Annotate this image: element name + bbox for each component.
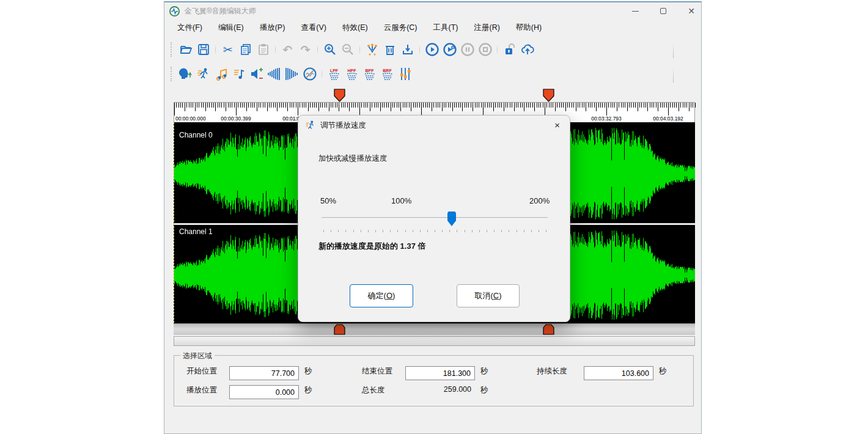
fade-in-icon[interactable] (266, 66, 282, 83)
menu-item-2[interactable]: 播放(P) (252, 21, 293, 35)
timeline-label: 00:03:32.793 (591, 116, 622, 122)
title-bar: 金飞翼®音频编辑大师 ✕ (164, 2, 701, 20)
duration-input[interactable] (584, 366, 653, 380)
play-position-unit: 秒 (304, 385, 312, 395)
toolbar-grip (171, 42, 173, 57)
duration-label: 持续长度 (537, 366, 567, 377)
timeline-label: 00:00:30.399 (221, 116, 251, 122)
stop-icon[interactable] (477, 42, 493, 58)
redo-icon[interactable]: ↷ (297, 42, 314, 58)
end-position-input[interactable] (405, 366, 475, 380)
start-position-input[interactable] (229, 366, 299, 380)
channel-1-label: Channel 1 (179, 227, 213, 236)
menu-item-7[interactable]: 注册(R) (466, 21, 507, 35)
menu-item-0[interactable]: 文件(F) (169, 21, 210, 35)
speed-dialog: 调节播放速度 × 加快或减慢播放速度 50% 100% 200% 新的播放速度是… (298, 115, 570, 322)
play-position-label: 播放位置 (186, 385, 217, 395)
play-position-input[interactable] (229, 385, 299, 399)
equalizer-icon[interactable] (397, 66, 413, 83)
undo-icon[interactable]: ↶ (279, 42, 296, 58)
insert-icon[interactable] (399, 42, 416, 58)
high-pass-filter-icon[interactable]: HPF (344, 66, 360, 83)
start-position-unit: 秒 (304, 366, 312, 377)
menu-bar: 文件(F)编辑(E)播放(P)查看(V)特效(E)云服务(C)工具(T)注册(R… (169, 21, 550, 34)
selection-start-marker-top[interactable] (334, 89, 345, 102)
menu-item-8[interactable]: 帮助(H) (508, 21, 550, 35)
selection-panel-title: 选择区域 (180, 351, 215, 361)
copy-icon[interactable] (237, 42, 254, 58)
minimize-button[interactable] (630, 6, 640, 16)
slider-min-label: 50% (320, 196, 336, 205)
fade-out-icon[interactable] (284, 66, 300, 83)
mix-icon[interactable] (364, 42, 380, 58)
window-title: 金飞翼®音频编辑大师 (185, 6, 256, 17)
menu-item-4[interactable]: 特效(E) (334, 21, 376, 35)
cloud-upload-icon[interactable] (519, 42, 535, 58)
band-pass-filter-icon[interactable]: BPF (361, 66, 378, 83)
start-position-label: 开始位置 (186, 366, 217, 377)
end-position-unit: 秒 (480, 366, 488, 377)
cancel-button[interactable]: 取消(C) (457, 284, 520, 307)
speed-slider-track[interactable] (322, 217, 548, 219)
volume-icon[interactable] (248, 66, 265, 83)
end-position-label: 结束位置 (362, 366, 392, 377)
desktop: 金飞翼®音频编辑大师 ✕ 文件(F)编辑(E)播放(P)查看(V)特效(E)云服… (0, 0, 868, 434)
play-file-icon[interactable] (441, 42, 458, 58)
dialog-title: 调节播放速度 (320, 120, 366, 131)
menu-item-3[interactable]: 查看(V) (293, 21, 334, 35)
voice-icon[interactable] (177, 66, 194, 83)
menu-item-1[interactable]: 编辑(E) (210, 21, 252, 35)
total-length-value: 259.000 (405, 385, 475, 394)
toolbar-main: ✂ ↶ ↷ (171, 38, 536, 61)
speed-icon[interactable] (195, 66, 211, 83)
app-logo-icon (169, 6, 180, 17)
open-file-icon[interactable] (177, 42, 194, 58)
total-length-unit: 秒 (480, 385, 488, 395)
close-button[interactable]: ✕ (686, 6, 696, 16)
speed-slider-thumb[interactable] (447, 211, 456, 226)
slider-mid-label: 100% (391, 196, 411, 205)
band-reject-filter-icon[interactable]: BRF (379, 66, 395, 83)
zoom-out-icon[interactable] (339, 42, 356, 58)
menu-item-6[interactable]: 工具(T) (425, 21, 466, 35)
noise-reduction-icon[interactable] (301, 66, 318, 83)
paste-icon[interactable] (255, 42, 271, 58)
selection-end-marker-bottom[interactable] (543, 324, 554, 335)
slider-max-label: 200% (529, 196, 550, 205)
dialog-description: 加快或减慢播放速度 (318, 153, 388, 164)
dialog-close-icon[interactable]: × (554, 120, 560, 130)
toolbar-effects: LPF HPF BPF BRF (171, 62, 414, 86)
marker-band (174, 323, 695, 335)
ok-button[interactable]: 确定(O) (350, 284, 413, 307)
horizontal-scrollbar[interactable] (174, 336, 695, 346)
save-file-icon[interactable] (195, 42, 211, 58)
channel-0-label: Channel 0 (179, 131, 213, 139)
pitch-icon[interactable] (213, 66, 229, 83)
speed-runner-icon (305, 120, 316, 131)
lock-icon[interactable] (501, 42, 518, 58)
cut-icon[interactable]: ✂ (219, 42, 236, 58)
selection-start-marker-bottom[interactable] (334, 324, 345, 335)
tempo-icon[interactable] (230, 66, 247, 83)
maximize-button[interactable] (658, 6, 668, 16)
low-pass-filter-icon[interactable]: LPF (326, 66, 342, 83)
dialog-title-bar: 调节播放速度 × (298, 116, 570, 135)
selection-end-marker-top[interactable] (543, 89, 554, 102)
timeline-label: 00:04:03.192 (653, 116, 683, 122)
dialog-result-text: 新的播放速度是原始的 1.37 倍 (318, 241, 426, 252)
zoom-in-icon[interactable] (322, 42, 338, 58)
total-length-label: 总长度 (362, 385, 385, 395)
toolbar-grip (171, 67, 173, 81)
delete-icon[interactable] (381, 42, 398, 58)
duration-unit: 秒 (659, 366, 667, 377)
selection-panel: 选择区域 开始位置 秒 结束位置 秒 持续长度 秒 播放位置 秒 总长度 259… (174, 355, 694, 406)
timeline-label: 00:00:00.000 (175, 116, 206, 122)
pause-icon[interactable] (459, 42, 476, 58)
menu-item-5[interactable]: 云服务(C) (376, 21, 425, 35)
play-icon[interactable] (424, 42, 440, 58)
